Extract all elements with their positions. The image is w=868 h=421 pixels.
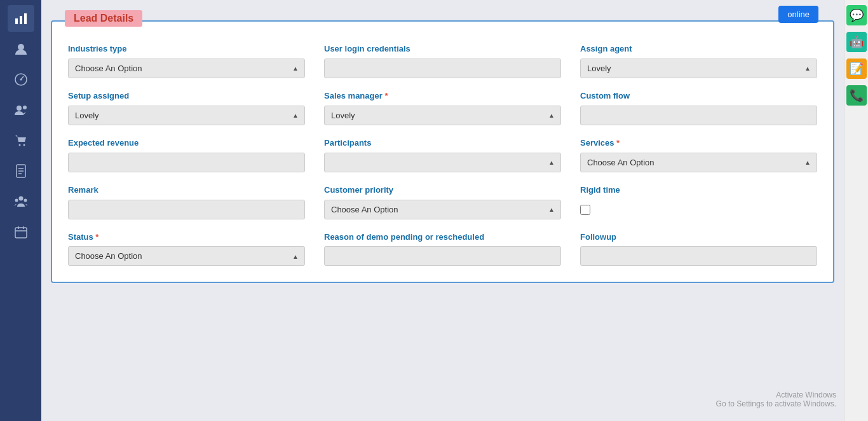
svg-point-16 xyxy=(24,199,27,202)
right-rail: 💬 🤖 📝 📞 xyxy=(844,0,868,421)
svg-point-9 xyxy=(23,144,25,146)
industries-type-field: Industries type Choose An Option xyxy=(68,44,305,78)
custom-flow-field: Custom flow xyxy=(580,91,817,125)
svg-rect-2 xyxy=(24,13,27,24)
svg-point-5 xyxy=(20,79,22,81)
setup-assigned-label: Setup assigned xyxy=(68,91,305,102)
activate-windows-line2: Go to Settings to activate Windows. xyxy=(716,399,836,408)
svg-point-14 xyxy=(18,197,23,201)
reason-of-demo-label: Reason of demo pending or rescheduled xyxy=(324,232,561,243)
setup-assigned-select-wrapper: Lovely xyxy=(68,106,305,125)
user-login-credentials-field: User login credentials xyxy=(324,44,561,78)
services-select[interactable]: Choose An Option xyxy=(580,153,817,172)
services-required: * xyxy=(616,138,620,148)
status-required: * xyxy=(95,232,98,242)
sales-manager-required: * xyxy=(384,91,388,100)
svg-rect-0 xyxy=(15,18,18,24)
assign-agent-label: Assign agent xyxy=(580,44,817,55)
industries-type-label: Industries type xyxy=(68,44,305,55)
reason-of-demo-field: Reason of demo pending or rescheduled xyxy=(324,232,561,266)
sidebar xyxy=(0,0,41,421)
form-grid: Industries type Choose An Option User lo… xyxy=(68,44,817,266)
setup-assigned-field: Setup assigned Lovely xyxy=(68,91,305,125)
remark-field: Remark xyxy=(68,185,305,219)
sales-manager-select-wrapper: Lovely xyxy=(324,106,561,125)
svg-point-15 xyxy=(15,199,18,202)
activate-windows-watermark: Activate Windows Go to Settings to activ… xyxy=(716,390,836,408)
status-field: Status * Choose An Option xyxy=(68,232,305,266)
sales-manager-field: Sales manager * Lovely xyxy=(324,91,561,125)
rigid-time-field: Rigid time xyxy=(580,185,817,219)
customer-priority-label: Customer priority xyxy=(324,185,561,196)
customer-priority-field: Customer priority Choose An Option xyxy=(324,185,561,219)
followup-input[interactable]: 2023-06-22 xyxy=(580,246,817,266)
participants-select[interactable] xyxy=(324,153,561,172)
svg-point-6 xyxy=(17,106,22,111)
svg-point-3 xyxy=(18,44,24,50)
participants-field: Participants xyxy=(324,138,561,172)
followup-field: Followup 2023-06-22 xyxy=(580,232,817,266)
user-login-credentials-input[interactable] xyxy=(324,59,561,78)
participants-select-wrapper xyxy=(324,153,561,172)
expected-revenue-input[interactable] xyxy=(68,153,305,172)
sidebar-icon-cart[interactable] xyxy=(8,127,34,154)
customer-priority-select-wrapper: Choose An Option xyxy=(324,200,561,219)
industries-type-select[interactable]: Choose An Option xyxy=(68,59,305,78)
lead-details-title: Lead Details xyxy=(65,10,142,27)
rigid-time-label: Rigid time xyxy=(580,185,817,196)
svg-point-7 xyxy=(23,106,27,109)
sidebar-icon-group[interactable] xyxy=(8,188,34,215)
sales-manager-label: Sales manager * xyxy=(324,91,561,102)
sidebar-icon-document[interactable] xyxy=(8,158,34,184)
phone-button[interactable]: 📞 xyxy=(846,85,867,106)
services-select-wrapper: Choose An Option xyxy=(580,153,817,172)
svg-point-8 xyxy=(18,144,20,146)
note-button[interactable]: 📝 xyxy=(846,59,867,79)
services-field: Services * Choose An Option xyxy=(580,138,817,172)
custom-flow-label: Custom flow xyxy=(580,91,817,102)
status-select[interactable]: Choose An Option xyxy=(68,246,305,266)
status-label: Status * xyxy=(68,232,305,243)
followup-label: Followup xyxy=(580,232,817,243)
sales-manager-select[interactable]: Lovely xyxy=(324,106,561,125)
svg-rect-17 xyxy=(15,228,27,238)
sidebar-icon-avatar[interactable] xyxy=(8,36,34,62)
whatsapp-button[interactable]: 💬 xyxy=(846,5,867,25)
industries-type-select-wrapper: Choose An Option xyxy=(68,59,305,78)
expected-revenue-label: Expected revenue xyxy=(68,138,305,149)
user-login-credentials-label: User login credentials xyxy=(324,44,561,55)
assign-agent-select-wrapper: Lovely xyxy=(580,59,817,78)
assign-agent-select[interactable]: Lovely xyxy=(580,59,817,78)
online-button[interactable]: online xyxy=(778,6,818,23)
remark-input[interactable] xyxy=(68,200,305,219)
sidebar-icon-users[interactable] xyxy=(8,97,34,123)
services-label: Services * xyxy=(580,138,817,149)
activate-windows-line1: Activate Windows xyxy=(716,390,836,399)
setup-assigned-select[interactable]: Lovely xyxy=(68,106,305,125)
reason-of-demo-input[interactable] xyxy=(324,246,561,266)
sidebar-icon-calendar[interactable] xyxy=(8,219,34,245)
assign-agent-field: Assign agent Lovely xyxy=(580,44,817,78)
custom-flow-input[interactable] xyxy=(580,106,817,125)
customer-priority-select[interactable]: Choose An Option xyxy=(324,200,561,219)
sidebar-icon-barchart[interactable] xyxy=(8,5,34,32)
participants-label: Participants xyxy=(324,138,561,149)
lead-details-card: Lead Details Industries type Choose An O… xyxy=(51,20,834,283)
sidebar-icon-dashboard[interactable] xyxy=(8,66,34,93)
rigid-time-checkbox[interactable] xyxy=(580,205,590,215)
svg-rect-1 xyxy=(20,16,22,24)
android-button[interactable]: 🤖 xyxy=(846,32,867,52)
status-select-wrapper: Choose An Option xyxy=(68,246,305,266)
rigid-time-checkbox-wrapper xyxy=(580,200,817,215)
expected-revenue-field: Expected revenue xyxy=(68,138,305,172)
remark-label: Remark xyxy=(68,185,305,196)
